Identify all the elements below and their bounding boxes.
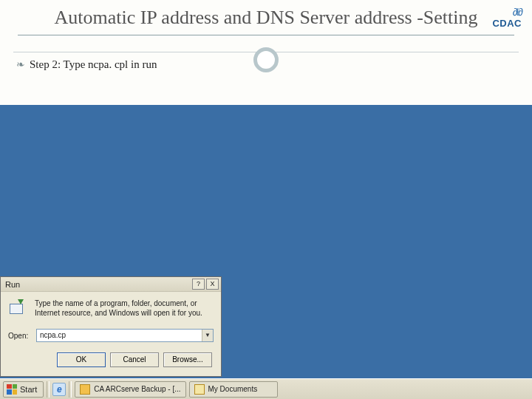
slide-title-area: Automatic IP address and DNS Server addr… bbox=[0, 0, 532, 35]
title-ring-decoration bbox=[253, 47, 279, 72]
taskbar-item-label: CA ARCserve Backup - [... bbox=[94, 385, 180, 393]
open-label: Open: bbox=[8, 332, 32, 340]
slide-title: Automatic IP address and DNS Server addr… bbox=[18, 6, 514, 30]
taskbar-separator bbox=[47, 381, 50, 398]
run-title: Run bbox=[5, 280, 191, 289]
ie-quicklaunch-icon[interactable] bbox=[52, 383, 66, 396]
help-button[interactable]: ? bbox=[192, 279, 205, 290]
run-titlebar[interactable]: Run ? X bbox=[1, 277, 221, 292]
run-description: Type the name of a program, folder, docu… bbox=[35, 299, 214, 320]
open-input[interactable]: ncpa.cp bbox=[37, 330, 202, 341]
start-label: Start bbox=[20, 385, 37, 394]
taskbar-separator bbox=[69, 381, 72, 398]
taskbar-item-arcserve[interactable]: CA ARCserve Backup - [... bbox=[75, 381, 185, 398]
browse-button[interactable]: Browse... bbox=[163, 352, 212, 367]
title-rule bbox=[18, 35, 514, 35]
app-icon bbox=[80, 384, 90, 395]
cancel-button[interactable]: Cancel bbox=[110, 352, 159, 367]
open-combobox[interactable]: ncpa.cp ▼ bbox=[36, 329, 214, 342]
taskbar-item-label: My Documents bbox=[208, 385, 258, 393]
windows-flag-icon bbox=[7, 384, 17, 395]
ok-button[interactable]: OK bbox=[57, 352, 106, 367]
chevron-down-icon[interactable]: ▼ bbox=[202, 330, 213, 341]
taskbar-item-mydocuments[interactable]: My Documents bbox=[189, 381, 278, 398]
taskbar: Start CA ARCserve Backup - [... My Docum… bbox=[0, 378, 532, 399]
close-button[interactable]: X bbox=[206, 279, 219, 290]
run-icon bbox=[8, 299, 29, 320]
desktop-screenshot: Run ? X Type the name of a program, fold… bbox=[0, 105, 532, 399]
run-dialog: Run ? X Type the name of a program, fold… bbox=[0, 276, 222, 377]
folder-icon bbox=[194, 384, 205, 395]
start-button[interactable]: Start bbox=[3, 381, 44, 398]
